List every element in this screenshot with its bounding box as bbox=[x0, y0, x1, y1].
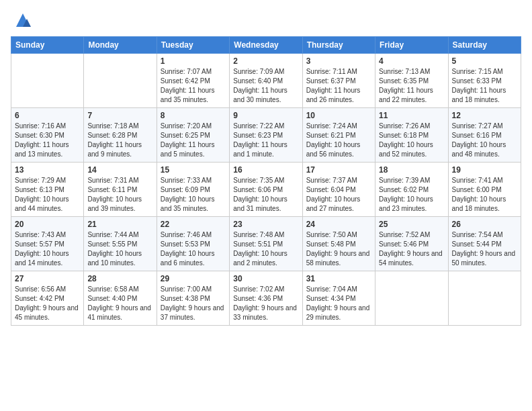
day-number: 25 bbox=[379, 220, 444, 229]
calendar-cell bbox=[448, 271, 521, 326]
calendar-table: SundayMondayTuesdayWednesdayThursdayFrid… bbox=[11, 36, 521, 326]
calendar-cell: 9Sunrise: 7:22 AMSunset: 6:23 PMDaylight… bbox=[230, 108, 302, 163]
day-number: 20 bbox=[15, 220, 80, 229]
day-number: 3 bbox=[306, 56, 371, 66]
day-number: 22 bbox=[161, 220, 226, 229]
cell-details: Sunrise: 7:50 AMSunset: 5:48 PMDaylight:… bbox=[306, 230, 371, 268]
calendar-cell: 14Sunrise: 7:31 AMSunset: 6:11 PMDayligh… bbox=[84, 163, 157, 217]
day-number: 31 bbox=[306, 274, 371, 283]
cell-details: Sunrise: 7:31 AMSunset: 6:11 PMDaylight:… bbox=[87, 176, 152, 214]
calendar-cell: 28Sunrise: 6:58 AMSunset: 4:40 PMDayligh… bbox=[84, 271, 157, 326]
calendar-cell: 29Sunrise: 7:00 AMSunset: 4:38 PMDayligh… bbox=[157, 271, 229, 326]
calendar-week-3: 13Sunrise: 7:29 AMSunset: 6:13 PMDayligh… bbox=[11, 163, 521, 217]
cell-details: Sunrise: 7:15 AMSunset: 6:33 PMDaylight:… bbox=[452, 67, 517, 105]
cell-details: Sunrise: 7:54 AMSunset: 5:44 PMDaylight:… bbox=[452, 230, 517, 268]
col-header-monday: Monday bbox=[84, 37, 157, 54]
calendar-cell: 12Sunrise: 7:27 AMSunset: 6:16 PMDayligh… bbox=[448, 108, 521, 163]
col-header-saturday: Saturday bbox=[448, 37, 521, 54]
logo-icon bbox=[13, 11, 32, 30]
calendar-cell: 31Sunrise: 7:04 AMSunset: 4:34 PMDayligh… bbox=[302, 271, 375, 326]
day-number: 10 bbox=[306, 111, 371, 120]
calendar-cell: 13Sunrise: 7:29 AMSunset: 6:13 PMDayligh… bbox=[11, 163, 84, 217]
calendar-cell: 7Sunrise: 7:18 AMSunset: 6:28 PMDaylight… bbox=[84, 108, 157, 163]
calendar-cell: 27Sunrise: 6:56 AMSunset: 4:42 PMDayligh… bbox=[11, 271, 84, 326]
day-number: 1 bbox=[161, 56, 226, 66]
cell-details: Sunrise: 7:33 AMSunset: 6:09 PMDaylight:… bbox=[161, 176, 226, 214]
day-number: 8 bbox=[161, 111, 226, 120]
cell-details: Sunrise: 7:02 AMSunset: 4:36 PMDaylight:… bbox=[233, 285, 298, 322]
calendar-cell bbox=[11, 54, 84, 108]
day-number: 9 bbox=[233, 111, 298, 120]
day-number: 12 bbox=[452, 111, 517, 120]
cell-details: Sunrise: 7:13 AMSunset: 6:35 PMDaylight:… bbox=[379, 67, 444, 105]
cell-details: Sunrise: 7:46 AMSunset: 5:53 PMDaylight:… bbox=[161, 230, 226, 268]
calendar-cell: 5Sunrise: 7:15 AMSunset: 6:33 PMDaylight… bbox=[448, 54, 521, 108]
cell-details: Sunrise: 7:35 AMSunset: 6:06 PMDaylight:… bbox=[233, 176, 298, 214]
day-number: 16 bbox=[233, 165, 298, 175]
day-number: 19 bbox=[452, 165, 517, 175]
col-header-sunday: Sunday bbox=[11, 37, 84, 54]
logo bbox=[11, 11, 32, 31]
day-number: 26 bbox=[452, 220, 517, 229]
calendar-cell: 11Sunrise: 7:26 AMSunset: 6:18 PMDayligh… bbox=[375, 108, 448, 163]
cell-details: Sunrise: 7:18 AMSunset: 6:28 PMDaylight:… bbox=[87, 122, 152, 159]
day-number: 6 bbox=[15, 111, 80, 120]
calendar-cell: 10Sunrise: 7:24 AMSunset: 6:21 PMDayligh… bbox=[302, 108, 375, 163]
day-number: 27 bbox=[15, 274, 80, 283]
cell-details: Sunrise: 7:48 AMSunset: 5:51 PMDaylight:… bbox=[233, 230, 298, 268]
day-number: 18 bbox=[379, 165, 444, 175]
calendar-week-2: 6Sunrise: 7:16 AMSunset: 6:30 PMDaylight… bbox=[11, 108, 521, 163]
day-number: 14 bbox=[87, 165, 152, 175]
calendar-cell: 17Sunrise: 7:37 AMSunset: 6:04 PMDayligh… bbox=[302, 163, 375, 217]
calendar-cell: 2Sunrise: 7:09 AMSunset: 6:40 PMDaylight… bbox=[230, 54, 302, 108]
calendar-week-4: 20Sunrise: 7:43 AMSunset: 5:57 PMDayligh… bbox=[11, 217, 521, 271]
day-number: 29 bbox=[161, 274, 226, 283]
cell-details: Sunrise: 7:44 AMSunset: 5:55 PMDaylight:… bbox=[87, 230, 152, 268]
calendar-cell: 30Sunrise: 7:02 AMSunset: 4:36 PMDayligh… bbox=[230, 271, 302, 326]
page-header bbox=[11, 11, 521, 31]
calendar-cell: 21Sunrise: 7:44 AMSunset: 5:55 PMDayligh… bbox=[84, 217, 157, 271]
calendar-cell: 8Sunrise: 7:20 AMSunset: 6:25 PMDaylight… bbox=[157, 108, 229, 163]
cell-details: Sunrise: 7:09 AMSunset: 6:40 PMDaylight:… bbox=[233, 67, 298, 105]
cell-details: Sunrise: 7:11 AMSunset: 6:37 PMDaylight:… bbox=[306, 67, 371, 105]
calendar-week-1: 1Sunrise: 7:07 AMSunset: 6:42 PMDaylight… bbox=[11, 54, 521, 108]
cell-details: Sunrise: 7:41 AMSunset: 6:00 PMDaylight:… bbox=[452, 176, 517, 214]
col-header-tuesday: Tuesday bbox=[157, 37, 229, 54]
day-number: 11 bbox=[379, 111, 444, 120]
cell-details: Sunrise: 7:29 AMSunset: 6:13 PMDaylight:… bbox=[15, 176, 80, 214]
col-header-friday: Friday bbox=[375, 37, 448, 54]
calendar-cell: 20Sunrise: 7:43 AMSunset: 5:57 PMDayligh… bbox=[11, 217, 84, 271]
day-number: 7 bbox=[87, 111, 152, 120]
calendar-cell: 26Sunrise: 7:54 AMSunset: 5:44 PMDayligh… bbox=[448, 217, 521, 271]
day-number: 5 bbox=[452, 56, 517, 66]
cell-details: Sunrise: 7:52 AMSunset: 5:46 PMDaylight:… bbox=[379, 230, 444, 268]
day-number: 24 bbox=[306, 220, 371, 229]
cell-details: Sunrise: 7:07 AMSunset: 6:42 PMDaylight:… bbox=[161, 67, 226, 105]
col-header-wednesday: Wednesday bbox=[230, 37, 302, 54]
cell-details: Sunrise: 7:04 AMSunset: 4:34 PMDaylight:… bbox=[306, 285, 371, 322]
calendar-cell: 18Sunrise: 7:39 AMSunset: 6:02 PMDayligh… bbox=[375, 163, 448, 217]
cell-details: Sunrise: 7:16 AMSunset: 6:30 PMDaylight:… bbox=[15, 122, 80, 159]
cell-details: Sunrise: 6:56 AMSunset: 4:42 PMDaylight:… bbox=[15, 285, 80, 322]
col-header-thursday: Thursday bbox=[302, 37, 375, 54]
cell-details: Sunrise: 6:58 AMSunset: 4:40 PMDaylight:… bbox=[87, 285, 152, 322]
cell-details: Sunrise: 7:22 AMSunset: 6:23 PMDaylight:… bbox=[233, 122, 298, 159]
calendar-cell: 25Sunrise: 7:52 AMSunset: 5:46 PMDayligh… bbox=[375, 217, 448, 271]
cell-details: Sunrise: 7:00 AMSunset: 4:38 PMDaylight:… bbox=[161, 285, 226, 322]
day-number: 30 bbox=[233, 274, 298, 283]
calendar-cell bbox=[375, 271, 448, 326]
calendar-week-5: 27Sunrise: 6:56 AMSunset: 4:42 PMDayligh… bbox=[11, 271, 521, 326]
calendar-cell: 6Sunrise: 7:16 AMSunset: 6:30 PMDaylight… bbox=[11, 108, 84, 163]
day-number: 17 bbox=[306, 165, 371, 175]
calendar-cell: 22Sunrise: 7:46 AMSunset: 5:53 PMDayligh… bbox=[157, 217, 229, 271]
calendar-cell: 4Sunrise: 7:13 AMSunset: 6:35 PMDaylight… bbox=[375, 54, 448, 108]
cell-details: Sunrise: 7:20 AMSunset: 6:25 PMDaylight:… bbox=[161, 122, 226, 159]
cell-details: Sunrise: 7:43 AMSunset: 5:57 PMDaylight:… bbox=[15, 230, 80, 268]
day-number: 13 bbox=[15, 165, 80, 175]
day-number: 28 bbox=[87, 274, 152, 283]
calendar-cell: 24Sunrise: 7:50 AMSunset: 5:48 PMDayligh… bbox=[302, 217, 375, 271]
calendar-cell: 16Sunrise: 7:35 AMSunset: 6:06 PMDayligh… bbox=[230, 163, 302, 217]
day-number: 23 bbox=[233, 220, 298, 229]
calendar-cell: 23Sunrise: 7:48 AMSunset: 5:51 PMDayligh… bbox=[230, 217, 302, 271]
day-number: 15 bbox=[161, 165, 226, 175]
